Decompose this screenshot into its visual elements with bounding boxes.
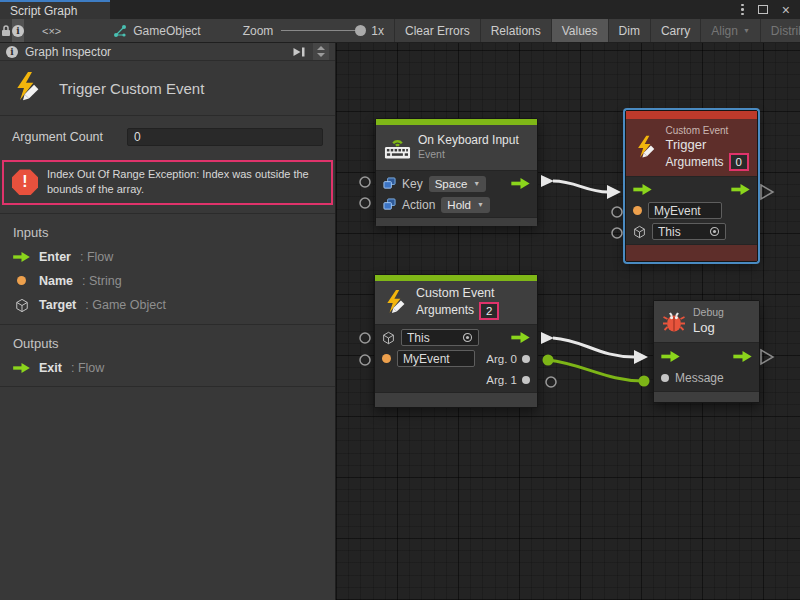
dock-panel-icon[interactable] [292, 46, 307, 58]
string-dot-icon [13, 276, 30, 285]
values-button[interactable]: Values [552, 19, 609, 43]
flow-arrow-icon [13, 252, 30, 262]
unit-title-block: Trigger Custom Event [0, 61, 335, 116]
outputs-section-header: Outputs [0, 325, 335, 356]
zoom-label: Zoom [243, 24, 274, 38]
edit-source-button[interactable]: <×> [42, 19, 61, 43]
inspector-toggle-button[interactable]: i [12, 19, 24, 43]
graph-inspector-panel: i Graph Inspector Trigger Custom Event A… [0, 43, 336, 600]
lock-icon [0, 24, 12, 38]
port-debug-flow-output[interactable] [761, 350, 773, 364]
flow-arrow-icon [13, 363, 30, 373]
cube-icon [13, 298, 30, 313]
error-message-box: ! Index Out Of Range Exception: Index wa… [2, 160, 333, 205]
argument-count-label: Argument Count [12, 130, 127, 144]
info-icon: i [6, 46, 18, 58]
inspector-header: i Graph Inspector [0, 43, 335, 61]
wires-overlay [336, 43, 800, 600]
port-trigger-target-input[interactable] [612, 228, 622, 238]
port-trigger-name-input[interactable] [612, 207, 622, 217]
relations-button[interactable]: Relations [481, 19, 552, 43]
info-icon: i [12, 25, 24, 37]
carry-button[interactable]: Carry [651, 19, 701, 43]
gameobject-label: GameObject [133, 24, 200, 38]
distribute-button[interactable]: Distribute▼ [761, 19, 800, 43]
port-arg1-output[interactable] [546, 377, 556, 387]
io-item-target: Target : Game Object [0, 293, 335, 318]
port-customevent-name-input[interactable] [360, 355, 370, 365]
gameobject-reference[interactable]: GameObject [113, 24, 200, 38]
wire-source-triangle[interactable] [541, 332, 554, 344]
inputs-section-header: Inputs [0, 214, 335, 245]
argument-count-input[interactable]: 0 [127, 128, 323, 146]
wire-endpoint-dot[interactable] [639, 376, 650, 387]
clear-errors-button[interactable]: Clear Errors [395, 19, 481, 43]
window-tab-bar: Script Graph × [0, 0, 800, 19]
lock-button[interactable] [0, 19, 12, 43]
dim-button[interactable]: Dim [609, 19, 651, 43]
close-icon[interactable]: × [782, 3, 790, 17]
zoom-control: Zoom 1x [243, 24, 384, 38]
zoom-slider-thumb[interactable] [355, 25, 366, 36]
graph-toolbar: i <×> GameObject Zoom 1x Clear Errors Re… [0, 19, 800, 43]
wire-arg0-to-message[interactable] [548, 360, 644, 381]
tab-script-graph[interactable]: Script Graph [0, 0, 110, 19]
port-trigger-flow-output[interactable] [761, 185, 773, 199]
code-icon: <×> [42, 25, 61, 37]
wire-endpoint-dot[interactable] [543, 355, 554, 366]
graph-canvas[interactable]: On Keyboard Input Event Key Space▼ [336, 43, 800, 600]
chevron-down-icon: ▼ [743, 27, 750, 34]
window-menu-icon[interactable] [741, 4, 744, 16]
scroll-spinner[interactable] [313, 43, 329, 60]
wire-keyboard-to-trigger[interactable] [553, 181, 608, 192]
maximize-icon[interactable] [758, 5, 768, 14]
wire-arrowhead [634, 350, 648, 364]
error-message-text: Index Out Of Range Exception: Index was … [47, 167, 323, 198]
error-icon: ! [12, 169, 38, 195]
align-button[interactable]: Align▼ [701, 19, 761, 43]
port-action-input[interactable] [360, 198, 370, 208]
toolbar-buttons: Clear Errors Relations Values Dim Carry … [394, 19, 800, 43]
inspector-unit-title: Trigger Custom Event [59, 80, 204, 97]
argument-count-row: Argument Count 0 [0, 116, 335, 154]
wire-source-triangle[interactable] [541, 175, 554, 187]
io-item-enter: Enter : Flow [0, 245, 335, 269]
section-divider [0, 386, 335, 387]
port-key-input[interactable] [360, 177, 370, 187]
wire-customevent-to-debug[interactable] [553, 338, 635, 357]
custom-event-icon [12, 72, 44, 104]
tab-label: Script Graph [10, 4, 77, 18]
zoom-value: 1x [371, 24, 384, 38]
io-item-name: Name : String [0, 269, 335, 293]
gameobject-icon [113, 24, 127, 38]
port-customevent-target-input[interactable] [360, 333, 370, 343]
inspector-header-title: Graph Inspector [25, 45, 111, 59]
window-controls: × [741, 0, 800, 19]
zoom-slider[interactable] [281, 30, 363, 31]
wire-arrowhead [607, 185, 621, 199]
io-item-exit: Exit : Flow [0, 356, 335, 380]
